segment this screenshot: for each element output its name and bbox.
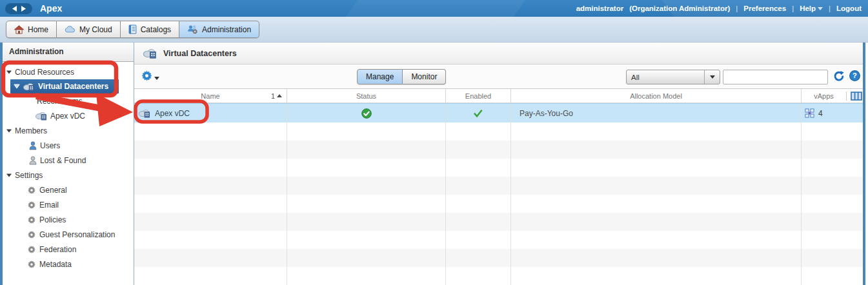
column-header-status[interactable]: Status	[287, 89, 446, 103]
tab-my-cloud[interactable]: My Cloud	[57, 21, 121, 38]
tree-group-members[interactable]: Members	[3, 123, 134, 138]
forward-arrow-icon[interactable]	[21, 6, 26, 12]
tree-group-cloud-resources[interactable]: Cloud Resources	[3, 64, 134, 79]
expander-open-icon[interactable]	[14, 84, 20, 89]
user-gray-icon	[29, 156, 37, 165]
table-row-apex-vdc[interactable]: Apex vDC Pay-As-You-Go 4	[134, 103, 863, 123]
empty-table-row	[134, 231, 863, 249]
home-icon	[14, 25, 24, 34]
column-header-vapps[interactable]: vApps	[802, 89, 865, 103]
username-label: administrator	[576, 5, 624, 12]
filter-dropdown[interactable]: All	[626, 70, 720, 84]
admin-tree: Cloud Resources Virtual Datacenters Rece…	[3, 62, 134, 271]
empty-table-row	[134, 159, 863, 177]
column-chooser-button[interactable]	[851, 92, 862, 101]
sort-asc-icon	[277, 94, 282, 97]
tree-item-metadata[interactable]: Metadata	[3, 257, 134, 271]
column-header-enabled[interactable]: Enabled	[446, 89, 511, 103]
tree-item-lost-and-found[interactable]: Lost & Found	[3, 153, 134, 168]
user-role-label: (Organization Administrator)	[629, 5, 730, 12]
gear-icon	[27, 186, 36, 195]
status-cell	[287, 104, 446, 123]
admin-gears-icon	[187, 25, 198, 34]
separator: |	[792, 5, 794, 12]
enabled-cell	[446, 104, 511, 123]
preferences-link[interactable]: Preferences	[743, 5, 786, 12]
vcloud-director-app: Apex administrator (Organization Adminis…	[0, 0, 868, 285]
back-arrow-icon[interactable]	[12, 6, 17, 12]
chevron-down-icon	[154, 77, 159, 80]
status-ok-icon	[361, 108, 372, 119]
top-header-bar: Apex administrator (Organization Adminis…	[0, 0, 868, 17]
expander-down-icon[interactable]	[6, 129, 12, 133]
vdc-cloud-building-icon	[143, 48, 157, 59]
user-blue-icon	[29, 141, 37, 150]
expander-down-icon[interactable]	[6, 70, 12, 74]
panel-title: Virtual Datacenters	[163, 49, 237, 58]
toolbar: Manage Monitor All	[134, 64, 863, 89]
gear-icon	[27, 215, 36, 224]
column-header-allocation-model[interactable]: Allocation Model	[511, 89, 802, 103]
help-icon[interactable]	[849, 70, 860, 81]
empty-table-row	[134, 141, 863, 159]
table-header-row: Name 1 Status Enabled Allocation Model v…	[134, 89, 863, 103]
gear-icon	[27, 201, 36, 210]
gear-icon	[27, 230, 36, 239]
gear-icon	[27, 260, 36, 269]
tree-item-guest-personalization[interactable]: Guest Personalization	[3, 227, 134, 242]
search-input[interactable]	[723, 70, 828, 84]
content-area: Administration Cloud Resources Virtual D…	[0, 43, 868, 285]
sort-indicator: 1	[271, 89, 282, 103]
separator: |	[829, 5, 831, 12]
tree-item-users[interactable]: Users	[3, 138, 134, 153]
empty-table-row	[134, 123, 863, 141]
header-user-links: administrator (Organization Administrato…	[576, 5, 862, 12]
tree-item-virtual-datacenters-selected[interactable]: Virtual Datacenters	[10, 79, 119, 93]
tree-item-federation[interactable]: Federation	[3, 242, 134, 257]
gear-icon	[141, 70, 153, 82]
panel-header: Virtual Datacenters	[134, 43, 863, 64]
vapps-cell[interactable]: 4	[802, 104, 865, 123]
allocation-model-cell: Pay-As-You-Go	[511, 104, 802, 123]
gear-icon	[27, 245, 36, 254]
tree-item-recent-items[interactable]: Recent Items	[3, 93, 134, 108]
cloud-icon	[65, 26, 76, 33]
empty-table-row	[134, 249, 863, 267]
tab-catalogs[interactable]: Catalogs	[121, 21, 179, 38]
tree-item-policies[interactable]: Policies	[3, 212, 134, 227]
sidebar-title: Administration	[3, 43, 134, 62]
divider	[846, 92, 847, 101]
empty-table-row	[134, 213, 863, 231]
main-tab-strip: Home My Cloud Catalogs Administration	[0, 17, 868, 43]
enabled-check-icon	[474, 110, 483, 117]
actions-gear-button[interactable]	[141, 70, 159, 82]
tree-group-settings[interactable]: Settings	[3, 168, 134, 182]
tab-administration[interactable]: Administration	[179, 21, 259, 38]
column-header-name[interactable]: Name 1	[134, 89, 287, 103]
empty-table-row	[134, 267, 863, 285]
org-title: Apex	[40, 3, 62, 14]
vapp-grid-icon	[805, 108, 814, 118]
help-menu[interactable]: Help	[800, 5, 823, 12]
tree-item-email[interactable]: Email	[3, 197, 134, 212]
monitor-button[interactable]: Monitor	[403, 69, 446, 84]
logout-link[interactable]: Logout	[836, 5, 862, 12]
view-toggle: Manage Monitor	[357, 69, 446, 84]
refresh-icon[interactable]	[833, 70, 845, 82]
history-nav-pill	[5, 3, 32, 14]
chevron-down-icon	[710, 75, 715, 79]
virtual-datacenters-panel: Virtual Datacenters Manage Monitor All	[134, 43, 865, 285]
columns-icon	[851, 92, 862, 101]
expander-down-icon[interactable]	[6, 173, 12, 177]
filter-selected-value: All	[627, 74, 704, 81]
vdc-cloud-building-icon	[23, 82, 35, 92]
table-body: Apex vDC Pay-As-You-Go 4	[134, 103, 863, 285]
tree-item-apex-vdc[interactable]: Apex vDC	[3, 108, 134, 123]
name-cell[interactable]: Apex vDC	[134, 104, 287, 123]
administration-sidebar: Administration Cloud Resources Virtual D…	[0, 43, 134, 285]
tree-item-general[interactable]: General	[3, 182, 134, 197]
manage-button[interactable]: Manage	[357, 69, 403, 84]
vdc-cloud-building-icon	[139, 108, 150, 118]
dropdown-arrow-button[interactable]	[704, 70, 720, 84]
tab-home[interactable]: Home	[6, 21, 57, 38]
